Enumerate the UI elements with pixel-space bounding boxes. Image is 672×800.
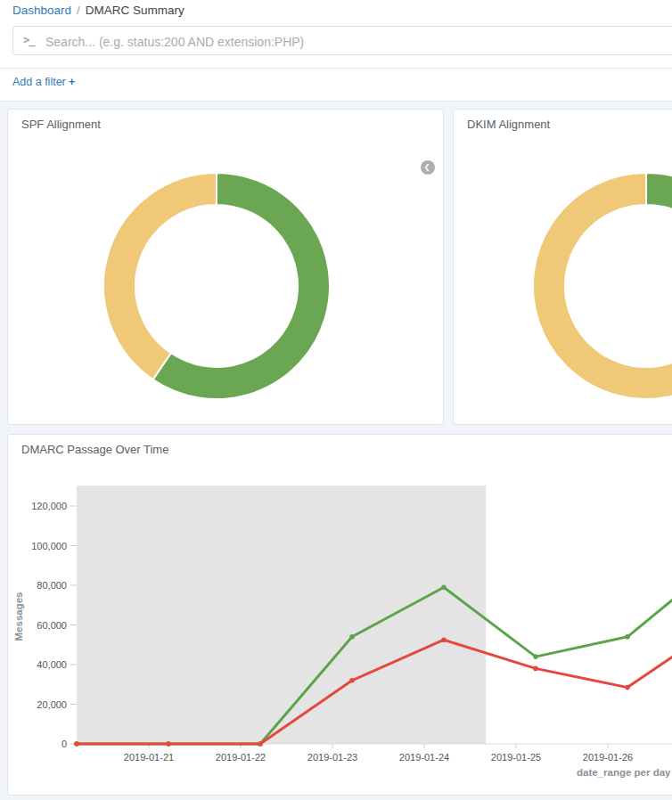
data-point-red <box>258 741 263 747</box>
y-tick-label: 100,000 <box>31 541 67 551</box>
breadcrumb-separator: / <box>77 4 80 17</box>
y-tick-label: 20,000 <box>37 699 67 710</box>
panel-dkim-alignment: DKIM Alignment <box>453 109 672 425</box>
y-tick-label: 80,000 <box>37 580 67 591</box>
data-point-red <box>625 685 630 690</box>
y-tick-label: 60,000 <box>37 620 67 631</box>
search-bar: >_ <box>12 26 672 55</box>
plus-icon: + <box>69 75 76 88</box>
data-point-red <box>441 637 447 642</box>
pie-slice-green[interactable] <box>646 173 672 220</box>
y-axis-title: Messages <box>13 592 24 641</box>
data-point-red <box>166 741 171 747</box>
x-tick-label: 2019-01-23 <box>307 752 357 763</box>
dkim-donut-chart <box>454 110 672 424</box>
panel-dmarc-passage-over-time: DMARC Passage Over Time 020,00040,00060,… <box>7 434 672 796</box>
data-point-green <box>441 584 447 590</box>
add-filter-label: Add a filter <box>12 76 66 88</box>
x-tick-label: 2019-01-24 <box>399 752 449 763</box>
x-tick-label: 2019-01-21 <box>124 752 174 763</box>
pie-slice-yellow[interactable] <box>533 173 672 399</box>
dmarc-line-chart: 020,00040,00060,00080,000100,000120,0002… <box>8 435 672 795</box>
page-title: DMARC Summary <box>86 4 184 17</box>
data-point-green <box>533 654 538 659</box>
chevron-left-icon: ❮ <box>424 163 430 171</box>
legend-toggle-button[interactable]: ❮ <box>421 160 435 175</box>
data-point-red <box>533 666 538 672</box>
panel-spf-alignment: SPF Allignment ❮ <box>7 109 444 425</box>
y-tick-label: 40,000 <box>37 659 67 670</box>
divider <box>0 68 672 69</box>
x-axis-title: date_range per day <box>577 767 670 778</box>
breadcrumb-dashboard-link[interactable]: Dashboard <box>12 4 71 17</box>
x-tick-label: 2019-01-26 <box>583 752 633 763</box>
x-tick-label: 2019-01-22 <box>216 752 266 763</box>
shaded-time-region <box>77 486 486 744</box>
search-input[interactable] <box>44 27 546 56</box>
data-point-red <box>349 678 355 683</box>
y-tick-label: 0 <box>61 739 67 749</box>
pie-slice-yellow[interactable] <box>103 173 217 380</box>
y-tick-label: 120,000 <box>31 501 67 511</box>
add-filter-link[interactable]: Add a filter+ <box>12 76 75 88</box>
filter-bar: Add a filter+ <box>12 75 75 88</box>
kibana-dashboard-app: Dashboard/DMARC Summary >_ Add a filter+… <box>0 0 672 800</box>
data-point-green <box>349 634 355 640</box>
breadcrumb: Dashboard/DMARC Summary <box>12 4 184 17</box>
data-point-green <box>625 634 630 640</box>
data-point-red <box>74 741 79 747</box>
terminal-prompt-icon: >_ <box>23 34 34 46</box>
x-tick-label: 2019-01-25 <box>491 752 541 763</box>
spf-donut-chart <box>8 110 443 424</box>
dashboard-grid: SPF Allignment ❮ DKIM Alignment DMARC Pa… <box>0 102 672 800</box>
